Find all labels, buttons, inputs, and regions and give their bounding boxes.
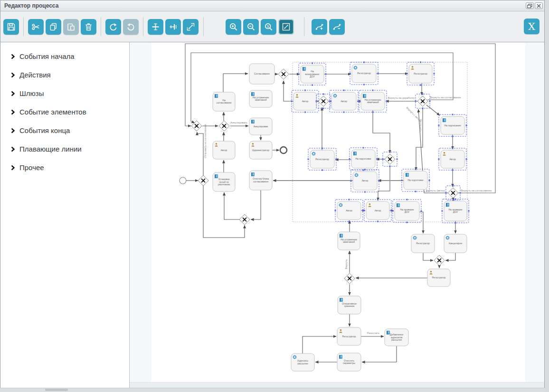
page-horizontal-scrollbar[interactable] — [0, 388, 549, 392]
node-avtor-5[interactable]: Автор — [353, 172, 377, 190]
selection-handle[interactable] — [420, 85, 421, 86]
node-na-podpisanii[interactable]: На подписании — [441, 116, 464, 134]
selection-handle[interactable] — [372, 90, 374, 91]
selection-handle[interactable] — [349, 158, 350, 160]
toolbar-btn-connector-remove[interactable] — [329, 19, 345, 35]
toolbar-btn-resize[interactable] — [183, 19, 199, 35]
toolbar-btn-zoom-out[interactable] — [243, 19, 259, 35]
node-registrator-4[interactable]: Регистратор — [411, 234, 435, 253]
sidebar-item-start-events[interactable]: События начала — [0, 47, 129, 66]
toolbar-btn-save[interactable] — [3, 19, 19, 35]
node-na-proverke-dou-1[interactable]: На проверкеДОУ — [395, 201, 419, 220]
selection-handle[interactable] — [391, 210, 392, 211]
sidebar-item-element-events[interactable]: Событие элементов — [0, 103, 129, 121]
selection-handle[interactable] — [377, 221, 379, 222]
selection-handle[interactable] — [415, 191, 416, 192]
selection-handle[interactable] — [438, 159, 440, 160]
sidebar-item-actions[interactable]: Действия — [0, 66, 129, 84]
selection-handle[interactable] — [421, 210, 422, 212]
sidebar-item-gateways[interactable]: Шлюзы — [0, 84, 129, 103]
selection-handle[interactable] — [323, 108, 324, 109]
selection-handle[interactable] — [364, 191, 366, 193]
selection-handle[interactable] — [350, 73, 351, 74]
selection-handle[interactable] — [312, 85, 313, 86]
selection-handle[interactable] — [312, 63, 313, 64]
selection-handle[interactable] — [336, 159, 337, 160]
selection-handle[interactable] — [453, 185, 454, 187]
selection-handle[interactable] — [407, 73, 408, 75]
selection-handle[interactable] — [438, 125, 440, 126]
selection-handle[interactable] — [364, 169, 366, 171]
node-na-proverke-dou-2[interactable]: На проверкеДОУ — [444, 201, 467, 221]
selection-handle[interactable] — [363, 84, 365, 86]
node-avtor-7[interactable]: Автор — [366, 201, 389, 220]
selection-handle[interactable] — [452, 170, 454, 171]
selection-handle[interactable] — [322, 170, 323, 171]
selection-handle[interactable] — [452, 148, 454, 149]
selection-handle[interactable] — [422, 108, 424, 109]
toolbar-btn-connector-add[interactable] — [312, 19, 327, 35]
toolbar-btn-align-vertical[interactable] — [148, 19, 163, 35]
node-dobavlenie-adresatov[interactable]: Добавлениеадресатоврассылки — [385, 329, 408, 346]
selection-handle[interactable] — [298, 74, 300, 75]
close-editor-button[interactable]: X — [524, 19, 540, 34]
selection-handle[interactable] — [343, 90, 345, 91]
close-button[interactable] — [535, 2, 543, 9]
selection-handle[interactable] — [382, 159, 384, 160]
toolbar-btn-zoom-actual[interactable]: 1 — [261, 19, 276, 35]
node-kancelyariya[interactable]: Канцелярия — [444, 234, 467, 253]
node-operativnoe-khranenie[interactable]: Оперативноехранение — [338, 296, 361, 314]
node-registrator-1[interactable]: Регистратор — [352, 64, 376, 83]
toolbar-btn-copy[interactable] — [46, 19, 61, 35]
selection-handle[interactable] — [445, 192, 447, 194]
node-registrator-2[interactable]: Регистратор — [409, 64, 432, 83]
selection-handle[interactable] — [466, 125, 467, 126]
start-event[interactable] — [180, 177, 186, 184]
node-ochistka-bloka[interactable]: Очистка блокасогласования — [249, 171, 272, 190]
node-avtor-6[interactable]: Автор — [337, 201, 361, 220]
toolbar-btn-undo[interactable] — [123, 19, 139, 35]
selection-handle[interactable] — [377, 199, 379, 201]
toolbar-btn-delete[interactable] — [81, 19, 96, 35]
selection-handle[interactable] — [308, 159, 309, 160]
sidebar-item-floating-lines[interactable]: Плавающие линии — [0, 140, 129, 158]
selection-handle[interactable] — [422, 94, 424, 95]
node-annulirovan[interactable]: Аннулирован — [249, 118, 272, 135]
selection-handle[interactable] — [389, 152, 391, 153]
selection-handle[interactable] — [452, 136, 454, 137]
toolbar-btn-redo[interactable] — [105, 19, 121, 35]
node-na-ustranenii-zamechaniy-2[interactable]: На устранениизамечаний — [338, 232, 360, 250]
selection-handle[interactable] — [397, 159, 398, 160]
selection-handle[interactable] — [379, 180, 380, 182]
toolbar-btn-zoom-in[interactable] — [226, 19, 241, 35]
selection-handle[interactable] — [401, 180, 403, 181]
selection-handle[interactable] — [335, 210, 336, 211]
selection-handle[interactable] — [325, 74, 327, 75]
selection-handle[interactable] — [455, 199, 456, 200]
selection-handle[interactable] — [377, 158, 378, 160]
node-na-podgotovke-2[interactable]: На подготовке — [404, 171, 427, 190]
node-registrator-3[interactable]: Регистратор — [310, 150, 334, 168]
selection-handle[interactable] — [364, 210, 365, 211]
selection-handle[interactable] — [420, 62, 421, 63]
selection-handle[interactable] — [330, 101, 331, 102]
node-registrator-5[interactable]: Регистратор — [427, 269, 450, 287]
node-adresaty-rassylki[interactable]: Адресатырассылки — [291, 354, 314, 371]
selection-handle[interactable] — [455, 222, 456, 224]
selection-handle[interactable] — [407, 199, 408, 201]
selection-handle[interactable] — [468, 210, 470, 212]
toolbar-btn-cut[interactable] — [28, 19, 44, 35]
selection-handle[interactable] — [429, 101, 431, 102]
selection-handle[interactable] — [349, 199, 350, 201]
toolbar-btn-paste[interactable] — [63, 19, 79, 35]
selection-handle[interactable] — [343, 112, 345, 113]
selection-handle[interactable] — [392, 210, 394, 212]
selection-handle[interactable] — [363, 147, 364, 149]
selection-handle[interactable] — [322, 148, 323, 149]
selection-handle[interactable] — [466, 159, 467, 160]
toolbar-btn-align-horizontal[interactable] — [165, 19, 181, 35]
selection-handle[interactable] — [442, 210, 443, 212]
selection-handle[interactable] — [372, 112, 374, 113]
selection-handle[interactable] — [291, 101, 293, 102]
selection-handle[interactable] — [415, 169, 416, 170]
